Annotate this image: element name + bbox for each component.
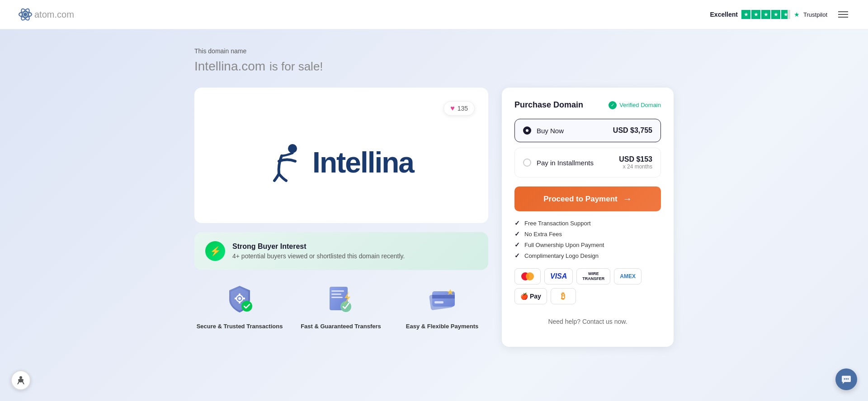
hamburger-line-3 xyxy=(838,17,848,18)
svg-rect-7 xyxy=(239,294,241,295)
star-2: ★ xyxy=(751,10,760,19)
installments-price-sub: x 24 months xyxy=(619,163,652,170)
svg-point-22 xyxy=(526,272,534,280)
wire-text: WIRETRANSFER xyxy=(582,271,604,281)
check-icon-2: ✓ xyxy=(514,230,520,238)
logo[interactable]: atom.com xyxy=(18,7,74,22)
hamburger-line-2 xyxy=(838,14,848,15)
verified-badge: ✓ Verified Domain xyxy=(609,101,661,109)
purchase-title: Purchase Domain xyxy=(514,100,583,110)
trustpilot-widget: Excellent ★ ★ ★ ★ ★ ★ Trustpilot xyxy=(710,10,827,19)
mastercard-badge xyxy=(514,268,541,284)
arrow-right-icon: → xyxy=(623,194,632,204)
fast-icon-wrap xyxy=(323,281,359,317)
svg-point-0 xyxy=(24,13,27,16)
domain-label: This domain name xyxy=(194,47,674,55)
svg-rect-15 xyxy=(331,297,343,298)
feature-secure: Secure & Trusted Transactions xyxy=(194,281,285,331)
applepay-badge: 🍎 Pay xyxy=(514,288,547,304)
benefit-3: ✓ Full Ownership Upon Payment xyxy=(514,241,661,248)
header-right: Excellent ★ ★ ★ ★ ★ ★ Trustpilot xyxy=(710,9,850,19)
proceed-to-payment-button[interactable]: Proceed to Payment → xyxy=(514,187,661,211)
feature-fast-label: Fast & Guaranteed Transfers xyxy=(301,322,381,331)
trustpilot-name: Trustpilot xyxy=(803,11,827,18)
buy-now-option[interactable]: Buy Now USD $3,755 xyxy=(514,119,661,142)
installments-radio xyxy=(523,159,531,167)
svg-point-11 xyxy=(241,301,252,312)
crypto-text: ₿ xyxy=(561,292,565,301)
svg-rect-19 xyxy=(432,295,455,298)
verified-icon: ✓ xyxy=(609,101,617,109)
chat-button[interactable] xyxy=(835,368,857,390)
visa-text: VISA xyxy=(550,272,567,280)
transfer-icon xyxy=(324,282,358,316)
benefit-3-text: Full Ownership Upon Payment xyxy=(524,242,604,248)
intellina-logo-container: Intellina xyxy=(208,116,475,210)
benefit-1-text: Free Transaction Support xyxy=(524,220,591,227)
radio-dot xyxy=(526,129,528,132)
accessibility-button[interactable] xyxy=(11,370,31,390)
installments-price: USD $153 x 24 months xyxy=(619,155,652,170)
intellina-brand-icon xyxy=(269,142,305,183)
purchase-header: Purchase Domain ✓ Verified Domain xyxy=(514,100,661,110)
buyer-interest-title: Strong Buyer Interest xyxy=(232,242,405,251)
check-icon-3: ✓ xyxy=(514,241,520,248)
benefit-4: ✓ Complimentary Logo Design xyxy=(514,252,661,259)
trustpilot-label: Excellent xyxy=(710,11,738,18)
buyer-interest-banner: ⚡ Strong Buyer Interest 4+ potential buy… xyxy=(194,232,488,270)
domain-sale-text: is for sale! xyxy=(269,60,323,73)
star-4: ★ xyxy=(771,10,780,19)
main-content: This domain name Intellina.com is for sa… xyxy=(185,29,683,365)
check-icon-1: ✓ xyxy=(514,219,520,227)
atom-logo-icon xyxy=(18,7,33,22)
installments-option[interactable]: Pay in Installments USD $153 x 24 months xyxy=(514,148,661,177)
buyer-interest-desc: 4+ potential buyers viewed or shortliste… xyxy=(232,252,405,260)
left-panel: ♥ 135 xyxy=(194,88,488,347)
purchase-panel: Purchase Domain ✓ Verified Domain Buy No… xyxy=(502,88,674,347)
star-5-half: ★ xyxy=(781,10,790,19)
svg-point-24 xyxy=(844,378,845,380)
help-section: Need help? Contact us now. xyxy=(514,309,661,334)
amex-badge: AMEX xyxy=(614,268,642,284)
benefit-2-text: No Extra Fees xyxy=(524,231,562,238)
visa-badge: VISA xyxy=(544,268,573,284)
features-row: Secure & Trusted Transactions xyxy=(194,281,488,331)
feature-flexible-label: Easy & Flexible Payments xyxy=(406,322,478,331)
svg-rect-13 xyxy=(331,290,344,292)
flexible-icon-wrap xyxy=(424,281,460,317)
buy-now-radio xyxy=(523,126,531,135)
crypto-badge: ₿ xyxy=(551,288,576,304)
benefit-4-text: Complimentary Logo Design xyxy=(524,252,599,259)
like-count: 135 xyxy=(458,105,468,112)
svg-rect-14 xyxy=(331,294,341,295)
installments-label: Pay in Installments xyxy=(537,159,594,167)
star-3: ★ xyxy=(761,10,770,19)
trustpilot-icon: ★ xyxy=(794,11,800,18)
mastercard-icon xyxy=(520,272,535,281)
menu-button[interactable] xyxy=(836,9,850,19)
header: atom.com Excellent ★ ★ ★ ★ ★ ★ Trustpilo… xyxy=(0,0,868,29)
feature-secure-label: Secure & Trusted Transactions xyxy=(197,322,283,331)
like-badge[interactable]: ♥ 135 xyxy=(443,101,475,116)
benefits-list: ✓ Free Transaction Support ✓ No Extra Fe… xyxy=(514,219,661,259)
svg-point-6 xyxy=(238,297,241,300)
secure-icon-wrap xyxy=(222,281,258,317)
help-text: Need help? Contact us now. xyxy=(548,318,627,325)
svg-rect-8 xyxy=(239,302,241,303)
svg-rect-10 xyxy=(243,298,245,299)
buyer-interest-text: Strong Buyer Interest 4+ potential buyer… xyxy=(232,242,405,260)
feature-flexible: Easy & Flexible Payments xyxy=(397,281,487,331)
accessibility-icon xyxy=(16,375,26,385)
buy-now-left: Buy Now xyxy=(523,126,564,135)
benefit-2: ✓ No Extra Fees xyxy=(514,230,661,238)
svg-point-23 xyxy=(19,376,22,379)
logo-text: atom.com xyxy=(34,9,74,20)
domain-preview-card: ♥ 135 xyxy=(194,88,488,223)
svg-rect-20 xyxy=(434,301,443,303)
feature-fast: Fast & Guaranteed Transfers xyxy=(296,281,386,331)
buy-now-price: USD $3,755 xyxy=(613,126,652,135)
svg-point-25 xyxy=(846,378,847,380)
verified-label: Verified Domain xyxy=(619,102,661,108)
hamburger-line-1 xyxy=(838,11,848,12)
svg-point-4 xyxy=(288,144,297,153)
